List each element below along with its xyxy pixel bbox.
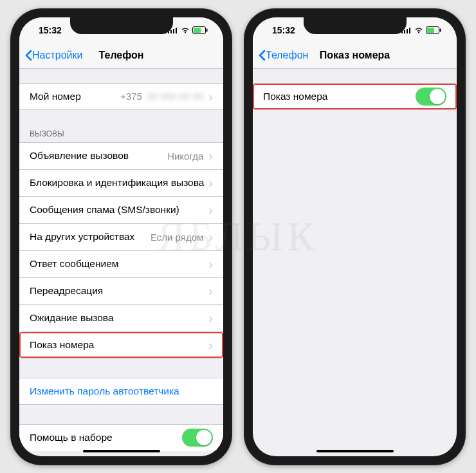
row-label: На других устройствах <box>30 231 134 243</box>
screen-right: 15:32 Телефон Показ номера Показ номера <box>253 17 457 456</box>
my-number-blurred: 00 000 00 00 <box>147 91 204 102</box>
battery-icon <box>426 26 441 34</box>
svg-rect-10 <box>409 28 410 33</box>
row-label: Сообщения спама (SMS/звонки) <box>30 204 179 216</box>
row-label: Ответ сообщением <box>30 258 118 270</box>
nav-bar: Настройки Телефон <box>19 43 223 69</box>
nav-bar: Телефон Показ номера <box>253 43 457 69</box>
chevron-left-icon <box>258 50 266 61</box>
row-caller-id-toggle[interactable]: Показ номера <box>253 83 457 110</box>
svg-rect-7 <box>401 32 403 33</box>
toggle-caller-id[interactable] <box>416 88 446 106</box>
chevron-right-icon: › <box>208 90 213 103</box>
row-label: Изменить пароль автоответчика <box>30 385 179 397</box>
row-label: Объявление вызовов <box>30 150 129 162</box>
back-button[interactable]: Телефон <box>258 50 308 61</box>
row-call-waiting[interactable]: Ожидание вызова › <box>19 304 223 331</box>
row-other-devices[interactable]: На других устройствах Если рядом › <box>19 223 223 250</box>
status-time: 15:32 <box>39 25 62 35</box>
wifi-icon <box>414 27 423 33</box>
svg-rect-9 <box>407 29 408 33</box>
row-dial-assist[interactable]: Помощь в наборе <box>19 424 223 451</box>
svg-rect-5 <box>194 28 201 33</box>
svg-rect-3 <box>176 28 177 33</box>
row-spam[interactable]: Сообщения спама (SMS/звонки) › <box>19 196 223 223</box>
group-my-number: Мой номер +375 00 000 00 00 › <box>19 83 223 110</box>
back-label: Телефон <box>266 50 308 61</box>
svg-rect-1 <box>170 30 172 33</box>
notch <box>70 17 173 34</box>
status-indicators <box>401 26 441 34</box>
chevron-right-icon: › <box>208 203 213 216</box>
row-announce-calls[interactable]: Объявление вызовов Никогда › <box>19 142 223 169</box>
row-label: Переадресация <box>30 285 103 297</box>
home-indicator[interactable] <box>316 450 394 452</box>
home-indicator[interactable] <box>83 450 160 452</box>
group-caller-id: Показ номера <box>253 83 457 110</box>
chevron-right-icon: › <box>208 230 213 243</box>
row-value: Если рядом <box>151 232 203 243</box>
svg-rect-0 <box>168 32 169 33</box>
row-reply-message[interactable]: Ответ сообщением › <box>19 250 223 277</box>
row-caller-id[interactable]: Показ номера › <box>19 331 223 358</box>
status-time: 15:32 <box>272 25 295 35</box>
row-label: Мой номер <box>30 91 81 102</box>
notch <box>304 17 407 34</box>
chevron-right-icon: › <box>208 149 213 162</box>
row-label: Ожидание вызова <box>30 312 114 324</box>
chevron-right-icon: › <box>208 339 213 351</box>
svg-rect-8 <box>404 30 405 33</box>
group-calls: ВЫЗОВЫ Объявление вызовов Никогда › Блок… <box>19 129 223 358</box>
page-title: Телефон <box>99 50 144 61</box>
row-change-voicemail-password[interactable]: Изменить пароль автоответчика <box>19 378 223 405</box>
chevron-left-icon <box>24 50 32 61</box>
chevron-right-icon: › <box>208 257 213 270</box>
screen-left: 15:32 Настройки Телефон Мой номер +375 <box>19 17 223 456</box>
chevron-right-icon: › <box>208 284 213 297</box>
chevron-right-icon: › <box>208 176 213 189</box>
battery-icon <box>192 26 208 34</box>
group-header-calls: ВЫЗОВЫ <box>19 129 223 142</box>
back-label: Настройки <box>32 50 82 61</box>
svg-rect-2 <box>173 29 174 33</box>
row-value: Никогда <box>167 151 203 162</box>
row-forwarding[interactable]: Переадресация › <box>19 277 223 304</box>
svg-rect-13 <box>440 28 441 32</box>
back-button[interactable]: Настройки <box>24 50 82 61</box>
svg-rect-6 <box>206 28 208 32</box>
chevron-right-icon: › <box>208 311 213 324</box>
row-label: Показ номера <box>30 339 94 351</box>
settings-content: Показ номера <box>253 83 457 110</box>
row-my-number[interactable]: Мой номер +375 00 000 00 00 › <box>19 83 223 110</box>
svg-rect-12 <box>427 28 434 33</box>
row-label: Помощь в наборе <box>30 432 113 443</box>
group-voicemail: Изменить пароль автоответчика <box>19 378 223 405</box>
wifi-icon <box>181 27 190 33</box>
status-indicators <box>168 26 208 34</box>
settings-content: Мой номер +375 00 000 00 00 › ВЫЗОВЫ Объ… <box>19 83 223 456</box>
my-number-prefix: +375 <box>120 91 142 102</box>
row-block-id[interactable]: Блокировка и идентификация вызова › <box>19 169 223 196</box>
page-title: Показ номера <box>320 50 390 61</box>
toggle-dial-assist[interactable] <box>182 429 213 447</box>
row-label: Блокировка и идентификация вызова <box>30 177 204 189</box>
phone-frame-right: 15:32 Телефон Показ номера Показ номера <box>244 8 466 465</box>
phone-frame-left: 15:32 Настройки Телефон Мой номер +375 <box>10 8 232 465</box>
row-label: Показ номера <box>263 91 327 102</box>
